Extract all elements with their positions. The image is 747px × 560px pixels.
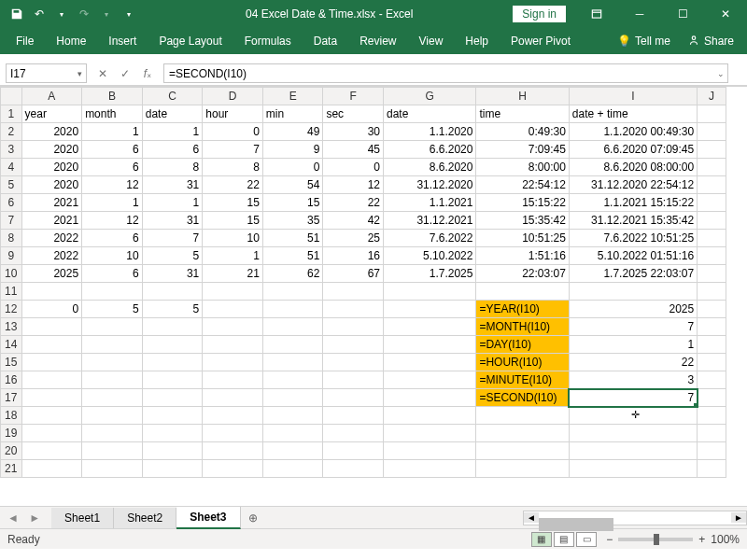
cell[interactable]	[142, 318, 203, 336]
cell[interactable]: 6	[82, 230, 143, 247]
cell[interactable]	[142, 389, 203, 407]
cell[interactable]: 54	[262, 176, 323, 194]
cell[interactable]	[384, 301, 476, 318]
cell[interactable]	[203, 460, 263, 478]
col-header-H[interactable]: H	[476, 88, 569, 105]
cell[interactable]	[262, 354, 323, 371]
tab-insert[interactable]: Insert	[98, 30, 147, 52]
cell[interactable]: 10	[203, 230, 263, 247]
cell[interactable]	[698, 318, 726, 336]
cell[interactable]: 15	[262, 194, 323, 212]
cell[interactable]	[384, 318, 476, 336]
cell[interactable]: 31	[142, 265, 203, 283]
select-all-triangle[interactable]	[1, 88, 22, 105]
cell[interactable]	[262, 460, 323, 478]
cell[interactable]: 6	[82, 159, 143, 176]
cell[interactable]: 1	[142, 194, 203, 212]
cell[interactable]	[203, 425, 263, 442]
cell[interactable]: 7:09:45	[476, 141, 569, 159]
cell[interactable]: 31	[142, 212, 203, 230]
cell[interactable]: 1.7.2025	[384, 265, 476, 283]
row-header[interactable]: 10	[1, 265, 22, 283]
cell[interactable]: 31.12.2021 15:35:42	[569, 212, 697, 230]
cell[interactable]: 35	[262, 212, 323, 230]
cell[interactable]	[203, 318, 263, 336]
save-icon[interactable]	[7, 5, 26, 23]
sheet-tab[interactable]: Sheet1	[51, 508, 114, 528]
cell[interactable]: 2020	[21, 159, 82, 176]
cell[interactable]	[82, 389, 143, 407]
sheet-tab-active[interactable]: Sheet3	[176, 507, 240, 529]
row-header[interactable]: 2	[1, 123, 22, 141]
col-header-J[interactable]: J	[698, 88, 726, 105]
cell[interactable]	[82, 425, 143, 442]
tab-help[interactable]: Help	[455, 30, 499, 52]
cell[interactable]: 1.1.2021 15:15:22	[569, 194, 697, 212]
cell[interactable]	[82, 460, 143, 478]
cell[interactable]	[262, 336, 323, 354]
cell[interactable]	[323, 318, 384, 336]
name-box[interactable]: I17 ▾	[6, 63, 87, 83]
cell[interactable]	[142, 407, 203, 425]
cell[interactable]	[698, 265, 726, 283]
sign-in-button[interactable]: Sign in	[513, 6, 566, 22]
cell[interactable]: 1:51:16	[476, 247, 569, 265]
cell[interactable]: 0	[262, 159, 323, 176]
cell[interactable]	[21, 354, 82, 371]
cell[interactable]: 21	[203, 265, 263, 283]
cell[interactable]	[21, 389, 82, 407]
cancel-formula-icon[interactable]: ✕	[92, 63, 113, 83]
cell[interactable]	[262, 442, 323, 460]
sheet-tab[interactable]: Sheet2	[114, 508, 176, 528]
sheet-nav-arrows[interactable]: ◄ ►	[0, 511, 51, 525]
cell[interactable]: 6.6.2020	[384, 141, 476, 159]
cell[interactable]: =YEAR(I10)	[476, 301, 569, 318]
cell[interactable]	[384, 354, 476, 371]
cell[interactable]	[203, 442, 263, 460]
cell[interactable]	[323, 301, 384, 318]
undo-icon[interactable]: ↶	[30, 5, 49, 23]
row-header[interactable]: 21	[1, 460, 22, 478]
cell[interactable]: 9	[262, 141, 323, 159]
cell[interactable]: hour	[203, 105, 263, 123]
cell[interactable]	[82, 283, 143, 301]
row-header[interactable]: 6	[1, 194, 22, 212]
cell[interactable]: 8	[203, 159, 263, 176]
cell[interactable]: 2021	[21, 194, 82, 212]
cell[interactable]	[323, 460, 384, 478]
col-header-I[interactable]: I	[569, 88, 697, 105]
cell[interactable]: 1.1.2020 00:49:30	[569, 123, 697, 141]
cell[interactable]	[142, 371, 203, 389]
cell[interactable]	[698, 354, 726, 371]
cell[interactable]	[384, 407, 476, 425]
cell[interactable]: 5	[142, 301, 203, 318]
cell[interactable]	[21, 318, 82, 336]
enter-formula-icon[interactable]: ✓	[115, 63, 135, 83]
cell[interactable]	[82, 371, 143, 389]
cell[interactable]	[384, 371, 476, 389]
zoom-in-icon[interactable]: +	[698, 533, 705, 546]
row-header[interactable]: 8	[1, 230, 22, 247]
cell[interactable]: 7	[203, 141, 263, 159]
cell[interactable]	[476, 407, 569, 425]
cell[interactable]: 8.6.2020 08:00:00	[569, 159, 697, 176]
selected-cell[interactable]: 7	[569, 389, 697, 407]
cell[interactable]	[476, 425, 569, 442]
row-header[interactable]: 7	[1, 212, 22, 230]
cell[interactable]: 31.12.2020	[384, 176, 476, 194]
cell[interactable]: 12	[323, 176, 384, 194]
cell[interactable]: 2022	[21, 247, 82, 265]
cell[interactable]: 15:15:22	[476, 194, 569, 212]
cell[interactable]: 45	[323, 141, 384, 159]
cell[interactable]: 6	[82, 265, 143, 283]
row-header[interactable]: 14	[1, 336, 22, 354]
cell[interactable]: 15	[203, 212, 263, 230]
cell[interactable]	[21, 425, 82, 442]
cell[interactable]	[21, 283, 82, 301]
cell[interactable]	[384, 283, 476, 301]
cell[interactable]	[698, 389, 726, 407]
undo-dropdown-icon[interactable]: ▾	[52, 5, 71, 23]
cell[interactable]	[476, 283, 569, 301]
cell[interactable]: 7	[142, 230, 203, 247]
cell[interactable]	[203, 389, 263, 407]
